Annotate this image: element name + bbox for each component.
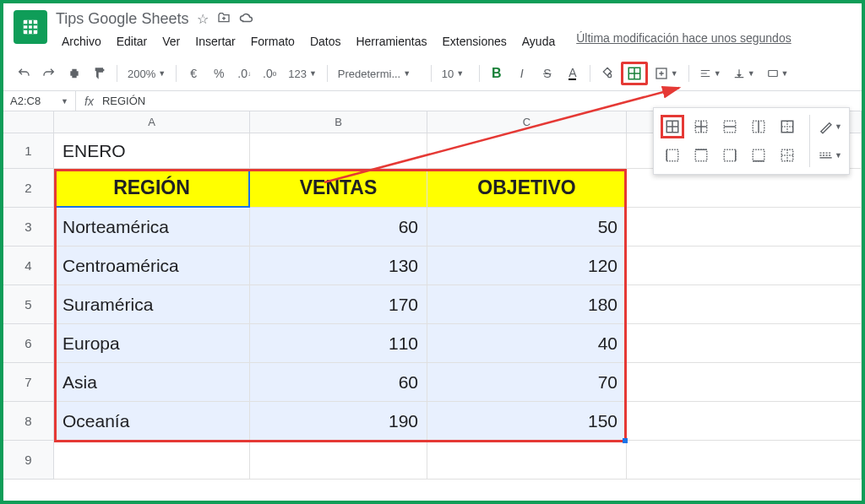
cell-d4[interactable]	[627, 247, 862, 285]
h-align-button[interactable]: ▼	[694, 62, 726, 85]
row-header-2[interactable]: 2	[3, 169, 54, 208]
cell-c8[interactable]: 150	[427, 402, 627, 441]
row-header-1[interactable]: 1	[3, 133, 54, 169]
select-all-corner[interactable]	[3, 111, 54, 133]
row-header-5[interactable]: 5	[3, 285, 54, 324]
border-top-button[interactable]	[689, 144, 713, 167]
col-header-a[interactable]: A	[54, 111, 250, 133]
cell-d8[interactable]	[627, 402, 862, 441]
border-horizontal-button[interactable]	[718, 115, 742, 138]
cell-c7[interactable]: 70	[427, 363, 627, 402]
cell-a3[interactable]: Norteamérica	[54, 208, 250, 247]
cell-a7[interactable]: Asia	[54, 363, 250, 402]
border-style-button[interactable]: ▼	[819, 144, 842, 167]
v-align-button[interactable]: ▼	[728, 62, 760, 85]
undo-button[interactable]	[12, 62, 35, 85]
cell-b3[interactable]: 60	[250, 208, 427, 247]
cloud-icon[interactable]	[239, 12, 254, 27]
percent-button[interactable]: %	[207, 62, 231, 85]
cell-c4[interactable]: 120	[427, 247, 627, 285]
menu-datos[interactable]: Datos	[304, 31, 347, 51]
cell-b7[interactable]: 60	[250, 363, 427, 402]
selection-handle[interactable]	[623, 438, 628, 443]
menu-insertar[interactable]: Insertar	[189, 31, 241, 51]
print-button[interactable]	[63, 62, 86, 85]
row-header-9[interactable]: 9	[3, 441, 54, 480]
cell-b8[interactable]: 190	[250, 402, 427, 441]
name-box[interactable]: A2:C8▼	[3, 91, 76, 111]
border-inner-button[interactable]	[689, 115, 713, 138]
border-none-button[interactable]	[775, 144, 799, 167]
star-icon[interactable]: ☆	[197, 11, 209, 27]
wrap-button[interactable]: ▼	[762, 62, 794, 85]
border-left-button[interactable]	[661, 144, 684, 167]
inc-decimal-button[interactable]: .00	[258, 62, 281, 85]
row-header-8[interactable]: 8	[3, 402, 54, 441]
redo-button[interactable]	[37, 62, 61, 85]
row-header-6[interactable]: 6	[3, 324, 54, 363]
dec-decimal-button[interactable]: .0↓	[232, 62, 256, 85]
cell-a5[interactable]: Suramérica	[54, 285, 250, 324]
col-header-c[interactable]: C	[427, 111, 627, 133]
zoom-dropdown[interactable]: 200%▼	[122, 62, 171, 85]
cell-c3[interactable]: 50	[427, 208, 627, 247]
cell-c5[interactable]: 180	[427, 285, 627, 324]
cell-a6[interactable]: Europa	[54, 324, 250, 363]
last-modified-link[interactable]: Última modificación hace unos segundos	[576, 31, 791, 51]
cell-d5[interactable]	[627, 285, 862, 324]
cell-c1[interactable]	[427, 133, 627, 169]
row-header-7[interactable]: 7	[3, 363, 54, 402]
document-title[interactable]: Tips Google Sheets	[56, 10, 188, 28]
cell-b5[interactable]: 170	[250, 285, 427, 324]
borders-button[interactable]	[621, 62, 648, 85]
fill-color-button[interactable]	[596, 62, 619, 85]
font-dropdown[interactable]: Predetermi...▼	[333, 62, 426, 85]
cell-b2[interactable]: VENTAS	[250, 169, 427, 208]
cell-a8[interactable]: Oceanía	[54, 402, 250, 441]
cell-b6[interactable]: 110	[250, 324, 427, 363]
font-size-dropdown[interactable]: 10▼	[437, 62, 474, 85]
border-color-button[interactable]: ▼	[819, 115, 842, 138]
bold-button[interactable]: B	[485, 62, 509, 85]
cell-a4[interactable]: Centroamérica	[54, 247, 250, 285]
cell-d6[interactable]	[627, 324, 862, 363]
col-header-b[interactable]: B	[250, 111, 427, 133]
border-outer-button[interactable]	[775, 115, 799, 138]
fx-icon[interactable]: fx	[76, 95, 102, 108]
border-right-button[interactable]	[718, 144, 742, 167]
formula-input[interactable]: REGIÓN	[102, 91, 145, 111]
border-all-button[interactable]	[661, 115, 684, 138]
menu-herramientas[interactable]: Herramientas	[350, 31, 432, 51]
cell-d3[interactable]	[627, 208, 862, 247]
menu-extensiones[interactable]: Extensiones	[436, 31, 512, 51]
strikethrough-button[interactable]: S	[536, 62, 559, 85]
cell-c6[interactable]: 40	[427, 324, 627, 363]
cell-c9[interactable]	[427, 441, 627, 480]
cell-b1[interactable]	[250, 133, 427, 169]
number-format-dropdown[interactable]: 123▼	[283, 62, 322, 85]
move-icon[interactable]	[217, 11, 231, 28]
cell-c2[interactable]: OBJETIVO	[427, 169, 627, 208]
border-bottom-button[interactable]	[747, 144, 770, 167]
cell-b4[interactable]: 130	[250, 247, 427, 285]
menu-ver[interactable]: Ver	[156, 31, 186, 51]
italic-button[interactable]: I	[510, 62, 534, 85]
border-vertical-button[interactable]	[747, 115, 770, 138]
text-color-button[interactable]: A	[561, 62, 585, 85]
row-header-4[interactable]: 4	[3, 247, 54, 285]
cell-d7[interactable]	[627, 363, 862, 402]
currency-button[interactable]: €	[182, 62, 205, 85]
paint-format-button[interactable]	[88, 62, 112, 85]
cell-b9[interactable]	[250, 441, 427, 480]
merge-button[interactable]: ▼	[650, 62, 683, 85]
cell-a1[interactable]: ENERO	[54, 133, 250, 169]
row-header-3[interactable]: 3	[3, 208, 54, 247]
menu-formato[interactable]: Formato	[245, 31, 301, 51]
menu-archivo[interactable]: Archivo	[56, 31, 107, 51]
cell-d9[interactable]	[627, 441, 862, 480]
cell-a9[interactable]	[54, 441, 250, 480]
menu-editar[interactable]: Editar	[111, 31, 154, 51]
sheets-logo[interactable]	[14, 10, 47, 44]
cell-a2[interactable]: REGIÓN	[54, 169, 250, 208]
menu-ayuda[interactable]: Ayuda	[516, 31, 561, 51]
